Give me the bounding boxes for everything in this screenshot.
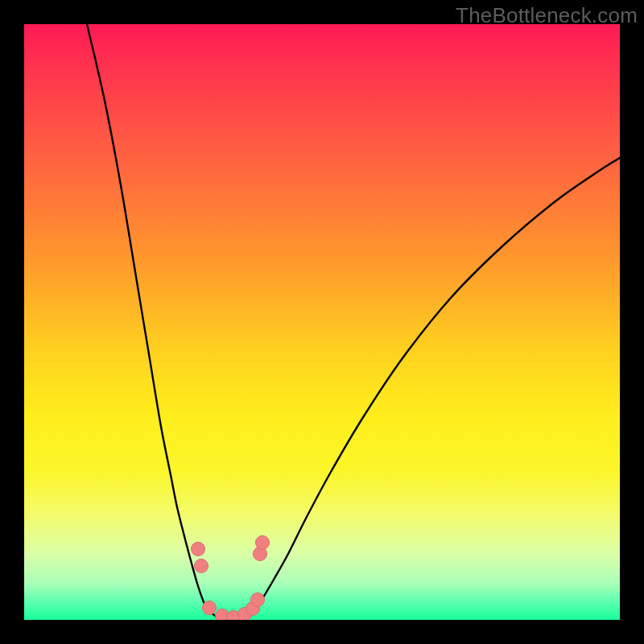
watermark-label: TheBottleneck.com <box>456 3 638 28</box>
chart-frame: TheBottleneck.com <box>0 0 644 644</box>
plot-area <box>24 24 620 620</box>
gradient-background <box>24 24 620 620</box>
